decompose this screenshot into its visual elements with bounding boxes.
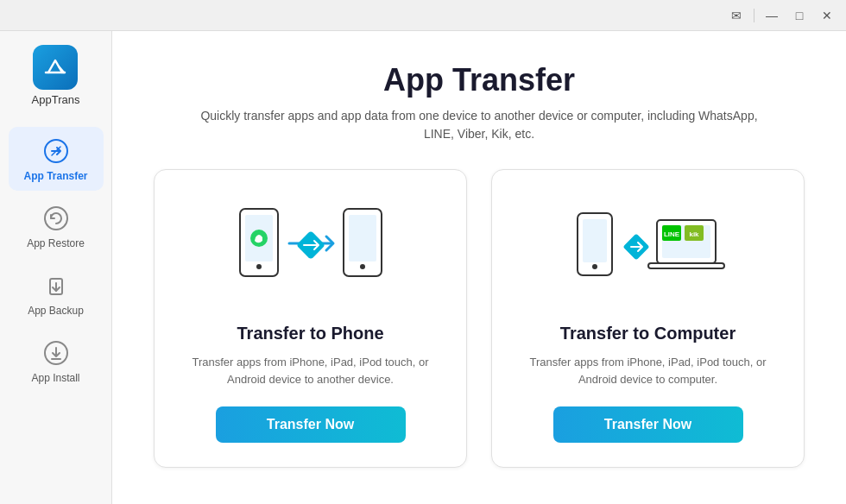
transfer-to-computer-desc: Transfer apps from iPhone, iPad, iPod to… <box>513 354 783 387</box>
svg-text:LINE: LINE <box>663 230 679 238</box>
transfer-to-phone-desc: Transfer apps from iPhone, iPad, iPod to… <box>175 354 445 387</box>
sidebar-item-app-transfer-label: App Transfer <box>23 170 87 182</box>
app-backup-icon <box>41 270 72 301</box>
transfer-to-phone-title: Transfer to Phone <box>237 324 383 343</box>
sidebar-item-app-restore-label: App Restore <box>27 237 85 249</box>
transfer-to-phone-button[interactable]: Transfer Now <box>216 406 406 443</box>
sidebar-item-app-install-label: App Install <box>31 372 79 384</box>
sidebar-item-app-install[interactable]: App Install <box>9 329 104 393</box>
app-install-icon <box>41 337 72 369</box>
transfer-to-computer-title: Transfer to Computer <box>560 324 736 343</box>
sidebar-item-app-backup-label: App Backup <box>28 305 84 317</box>
svg-rect-13 <box>583 219 607 262</box>
window-controls: ✉ — □ ✕ <box>724 3 839 28</box>
svg-text:kik: kik <box>689 230 699 238</box>
svg-point-1 <box>45 207 67 230</box>
sidebar-item-app-backup[interactable]: App Backup <box>9 261 104 325</box>
maximize-button[interactable]: □ <box>787 3 811 28</box>
transfer-to-computer-card: LINE kik Transfer to Computer Transfer a… <box>491 169 805 468</box>
sidebar-item-app-transfer[interactable]: App Transfer <box>9 127 104 191</box>
app-logo-icon <box>33 45 78 90</box>
main-layout: AppTrans App Transfer App <box>0 31 846 504</box>
transfer-to-phone-card: Transfer to Phone Transfer apps from iPh… <box>154 169 467 468</box>
app-logo: AppTrans <box>32 45 80 106</box>
separator <box>754 9 754 22</box>
title-bar: ✉ — □ ✕ <box>0 0 846 31</box>
svg-rect-8 <box>349 215 376 261</box>
app-restore-icon <box>41 203 72 234</box>
transfer-to-computer-button[interactable]: Transfer Now <box>553 406 743 443</box>
page-title: App Transfer <box>383 62 575 98</box>
email-button[interactable]: ✉ <box>724 3 748 28</box>
main-content: App Transfer Quickly transfer apps and a… <box>112 31 846 504</box>
transfer-to-phone-illustration <box>224 196 397 308</box>
sidebar-item-app-restore[interactable]: App Restore <box>9 194 104 258</box>
page-subtitle: Quickly transfer apps and app data from … <box>186 107 773 143</box>
minimize-button[interactable]: — <box>760 3 784 28</box>
app-transfer-icon <box>41 135 72 167</box>
sidebar: AppTrans App Transfer App <box>0 31 112 504</box>
transfer-to-computer-illustration: LINE kik <box>562 196 735 308</box>
svg-point-6 <box>256 264 262 269</box>
close-button[interactable]: ✕ <box>815 3 839 28</box>
svg-rect-17 <box>648 263 724 268</box>
app-name-label: AppTrans <box>32 93 80 106</box>
svg-point-14 <box>592 264 597 269</box>
cards-container: Transfer to Phone Transfer apps from iPh… <box>154 169 805 468</box>
svg-point-9 <box>360 264 365 269</box>
